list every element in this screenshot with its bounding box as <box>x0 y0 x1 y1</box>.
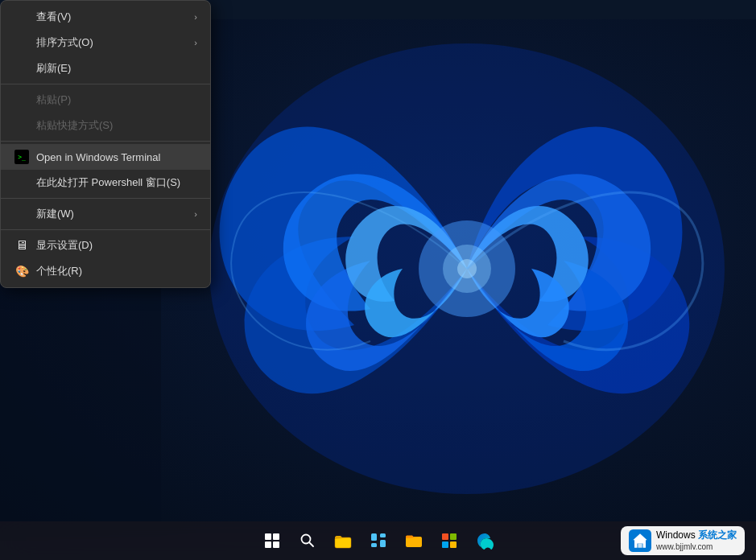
taskbar-right: Windows 系统之家 www.bjjmlv.com <box>621 526 750 556</box>
svg-rect-20 <box>638 544 642 548</box>
search-button[interactable] <box>291 525 324 557</box>
desktop: 查看(V) › 排序方式(O) › 刷新(E) 粘贴(P) 粘贴快捷方式(S) <box>0 0 756 560</box>
menu-item-refresh-label: 刷新(E) <box>36 61 197 76</box>
svg-rect-10 <box>371 533 377 541</box>
context-menu: 查看(V) › 排序方式(O) › 刷新(E) 粘贴(P) 粘贴快捷方式(S) <box>0 0 211 288</box>
menu-item-terminal-label: Open in Windows Terminal <box>36 151 197 163</box>
view-icon <box>14 9 30 25</box>
svg-rect-15 <box>442 533 448 540</box>
menu-item-display[interactable]: 🖥 显示设置(D) <box>1 233 210 258</box>
menu-item-paste-label: 粘贴(P) <box>36 93 197 107</box>
svg-rect-12 <box>380 540 386 547</box>
paste-shortcut-icon <box>14 117 30 134</box>
divider-4 <box>1 229 210 230</box>
brand-url-text: www.bjjmlv.com <box>656 541 737 552</box>
brand-main-text: Windows 系统之家 <box>656 529 737 542</box>
edge-icon <box>476 532 494 550</box>
divider-2 <box>1 141 210 142</box>
store-icon <box>441 533 457 549</box>
menu-item-personalize[interactable]: 🎨 个性化(R) <box>1 258 210 284</box>
svg-rect-17 <box>442 541 448 548</box>
windows-logo <box>265 533 279 548</box>
svg-rect-8 <box>335 537 351 548</box>
powershell-icon <box>14 175 30 191</box>
file-explorer-button[interactable] <box>327 525 359 557</box>
store-button[interactable] <box>433 525 465 557</box>
edge-button[interactable] <box>469 525 501 557</box>
folder-icon <box>405 533 423 549</box>
folder-button[interactable] <box>398 525 430 557</box>
svg-rect-16 <box>450 533 456 540</box>
display-icon: 🖥 <box>14 237 30 253</box>
sort-icon <box>14 35 30 51</box>
taskbar: Windows 系统之家 www.bjjmlv.com <box>0 521 756 560</box>
sort-arrow: › <box>194 38 197 47</box>
file-explorer-icon <box>334 533 352 549</box>
menu-item-paste-shortcut-label: 粘贴快捷方式(S) <box>36 118 197 133</box>
menu-item-powershell-label: 在此处打开 Powershell 窗口(S) <box>36 175 197 190</box>
brand-house-icon <box>629 529 651 552</box>
divider-1 <box>1 84 210 84</box>
brand-text: Windows 系统之家 www.bjjmlv.com <box>656 529 737 553</box>
svg-rect-18 <box>450 541 456 548</box>
terminal-icon-inner: >_ <box>14 150 29 164</box>
terminal-icon: >_ <box>14 149 30 165</box>
svg-rect-14 <box>406 537 422 547</box>
widgets-button[interactable] <box>362 525 395 557</box>
menu-item-view[interactable]: 查看(V) › <box>1 4 210 30</box>
menu-item-new[interactable]: 新建(W) › <box>1 201 210 227</box>
menu-item-terminal[interactable]: >_ Open in Windows Terminal <box>1 144 210 170</box>
taskbar-center <box>256 525 501 557</box>
svg-rect-11 <box>380 533 386 537</box>
svg-point-6 <box>301 535 310 544</box>
menu-item-sort-label: 排序方式(O) <box>36 35 194 50</box>
menu-item-powershell[interactable]: 在此处打开 Powershell 窗口(S) <box>1 170 210 196</box>
new-icon <box>14 206 30 222</box>
brand-badge: Windows 系统之家 www.bjjmlv.com <box>621 526 745 556</box>
new-arrow: › <box>194 209 197 219</box>
menu-item-personalize-label: 个性化(R) <box>36 264 197 278</box>
start-button[interactable] <box>256 525 288 557</box>
menu-item-display-label: 显示设置(D) <box>36 238 197 253</box>
divider-3 <box>1 198 210 199</box>
menu-item-paste: 粘贴(P) <box>1 87 210 113</box>
svg-rect-13 <box>371 543 377 547</box>
menu-item-refresh[interactable]: 刷新(E) <box>1 56 210 81</box>
search-icon <box>300 533 316 549</box>
view-arrow: › <box>194 12 197 22</box>
personalize-icon: 🎨 <box>14 263 30 279</box>
menu-item-sort[interactable]: 排序方式(O) › <box>1 30 210 56</box>
refresh-icon <box>14 60 30 76</box>
widgets-icon <box>370 533 386 549</box>
menu-item-new-label: 新建(W) <box>36 207 194 221</box>
paste-icon <box>14 92 30 108</box>
svg-line-7 <box>309 543 313 547</box>
menu-item-paste-shortcut: 粘贴快捷方式(S) <box>1 113 210 138</box>
menu-item-view-label: 查看(V) <box>36 10 194 24</box>
